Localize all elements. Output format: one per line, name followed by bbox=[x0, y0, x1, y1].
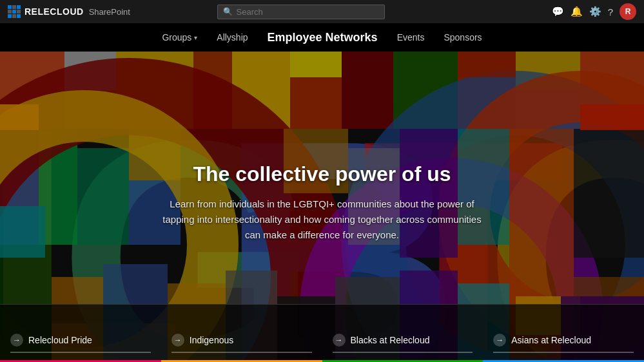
card-indigenous[interactable]: → Indigenous bbox=[161, 304, 322, 362]
card-blacks[interactable]: → Blacks at Relecloud bbox=[322, 304, 483, 362]
card-asians-label: Asians at Relecloud bbox=[511, 335, 591, 345]
nav-events[interactable]: Events bbox=[397, 32, 425, 43]
nav-allyship[interactable]: Allyship bbox=[217, 32, 248, 43]
chat-icon[interactable]: 💬 bbox=[552, 6, 564, 17]
card-asians-line bbox=[493, 352, 634, 353]
card-blacks-label: Blacks at Relecloud bbox=[351, 335, 430, 345]
bell-icon[interactable]: 🔔 bbox=[571, 6, 583, 17]
sharepoint-label: SharePoint bbox=[89, 7, 130, 17]
navbar: Groups ▾ Allyship Employee Networks Even… bbox=[0, 23, 644, 52]
card-indigenous-arrow-icon: → bbox=[171, 334, 184, 347]
logo-grid-icon bbox=[8, 5, 21, 18]
hero-content: The collective power of us Learn from in… bbox=[161, 162, 483, 243]
card-pride-arrow-icon: → bbox=[10, 334, 23, 347]
hero: L G B T Q bbox=[0, 52, 644, 362]
avatar[interactable]: R bbox=[620, 3, 636, 20]
card-indigenous-label: Indigenous bbox=[190, 335, 234, 345]
topbar: RELECLOUD SharePoint 🔍 💬 🔔 ⚙️ ? R bbox=[0, 0, 644, 23]
card-pride-line bbox=[10, 352, 151, 353]
search-icon: 🔍 bbox=[223, 7, 233, 16]
hero-subtitle: Learn from individuals in the LGBTQI+ co… bbox=[161, 196, 483, 243]
bottom-cards: → Relecloud Pride → Indigenous → Blacks … bbox=[0, 304, 644, 362]
search-box[interactable]: 🔍 bbox=[217, 5, 385, 19]
hero-title: The collective power of us bbox=[161, 162, 483, 186]
groups-arrow-icon: ▾ bbox=[194, 34, 197, 41]
nav-sponsors[interactable]: Sponsors bbox=[444, 32, 482, 43]
search-input[interactable] bbox=[237, 7, 379, 17]
logo-text: RELECLOUD bbox=[24, 6, 84, 17]
card-indigenous-line bbox=[171, 352, 312, 353]
card-blacks-arrow-icon: → bbox=[333, 334, 346, 347]
nav-employee-networks[interactable]: Employee Networks bbox=[268, 31, 378, 44]
card-pride[interactable]: → Relecloud Pride bbox=[0, 304, 161, 362]
card-asians[interactable]: → Asians at Relecloud bbox=[483, 304, 644, 362]
settings-icon[interactable]: ⚙️ bbox=[589, 6, 601, 17]
card-asians-arrow-icon: → bbox=[493, 334, 506, 347]
logo-area: RELECLOUD SharePoint bbox=[8, 5, 130, 18]
help-icon[interactable]: ? bbox=[608, 6, 613, 17]
card-blacks-line bbox=[333, 352, 473, 353]
topbar-icons: 💬 🔔 ⚙️ ? R bbox=[552, 3, 636, 20]
card-pride-label: Relecloud Pride bbox=[28, 335, 92, 345]
nav-groups[interactable]: Groups ▾ bbox=[162, 32, 197, 43]
